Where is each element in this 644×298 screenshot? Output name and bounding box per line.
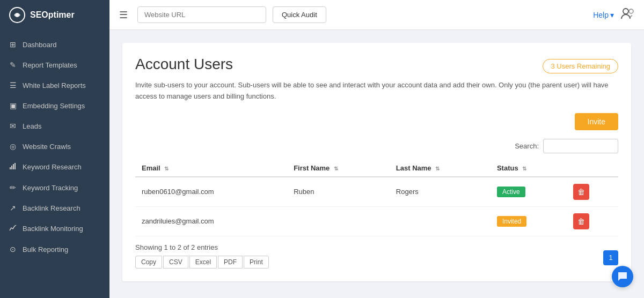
export-csv-button[interactable]: CSV <box>163 256 188 269</box>
page-description: Invite sub-users to your account. Sub-us… <box>135 80 618 102</box>
logo-text: SEOptimer <box>30 10 75 20</box>
cell-firstname-0: Ruben <box>287 177 390 207</box>
lastname-sort-icon[interactable]: ⇅ <box>435 166 440 172</box>
svg-point-1 <box>16 13 19 17</box>
embedding-icon: ▣ <box>9 101 17 110</box>
hamburger-button[interactable]: ☰ <box>116 6 131 24</box>
keyword-research-icon <box>9 162 17 172</box>
backlink-monitoring-icon <box>9 224 17 233</box>
nav-right: Help ▾ <box>593 7 635 23</box>
sidebar-item-backlink-research[interactable]: ↗ Backlink Research <box>0 198 109 218</box>
keyword-tracking-icon: ✏ <box>9 183 17 192</box>
sidebar-item-dashboard[interactable]: ⊞ Dashboard <box>0 34 109 55</box>
sidebar-item-white-label-reports[interactable]: ☰ White Label Reports <box>0 75 109 95</box>
email-sort-icon[interactable]: ⇅ <box>164 166 169 172</box>
logo-icon <box>9 6 26 24</box>
sidebar-item-embedding-settings[interactable]: ▣ Embedding Settings <box>0 95 109 116</box>
main-content: Account Users 3 Users Remaining Invite s… <box>109 30 644 298</box>
invite-row: Invite <box>135 113 618 130</box>
search-input[interactable] <box>543 139 618 153</box>
white-label-icon: ☰ <box>9 81 17 90</box>
status-badge-1: Invited <box>497 216 526 227</box>
page-1-button[interactable]: 1 <box>603 250 618 265</box>
search-label: Search: <box>515 142 539 150</box>
col-first-name: First Name ⇅ <box>287 160 390 177</box>
export-print-button[interactable]: Print <box>244 256 269 269</box>
content-card: Account Users 3 Users Remaining Invite s… <box>122 43 631 281</box>
sidebar: ⊞ Dashboard ✎ Report Templates ☰ White L… <box>0 30 109 298</box>
table-actions-row: Showing 1 to 2 of 2 entries CopyCSVExcel… <box>135 243 618 269</box>
svg-point-3 <box>629 9 633 13</box>
sidebar-item-leads[interactable]: ✉ Leads <box>0 116 109 136</box>
col-last-name: Last Name ⇅ <box>390 160 491 177</box>
svg-rect-7 <box>14 163 16 169</box>
help-button[interactable]: Help ▾ <box>593 11 614 19</box>
cell-lastname-1 <box>390 206 491 236</box>
export-excel-button[interactable]: Excel <box>189 256 217 269</box>
cell-email-1: zandriluies@gmail.com <box>135 206 287 236</box>
status-badge-0: Active <box>497 187 525 197</box>
col-status: Status ⇅ <box>491 160 567 177</box>
navbar: SEOptimer ☰ Quick Audit Help ▾ <box>0 0 644 30</box>
export-pdf-button[interactable]: PDF <box>218 256 243 269</box>
cell-actions-0: 🗑 <box>567 177 618 207</box>
sidebar-item-bulk-reporting[interactable]: ⊙ Bulk Reporting <box>0 239 109 259</box>
firstname-sort-icon[interactable]: ⇅ <box>334 166 338 172</box>
col-email: Email ⇅ <box>135 160 287 177</box>
website-crawls-icon: ◎ <box>9 142 17 151</box>
report-templates-icon: ✎ <box>9 61 17 69</box>
pagination-area: 1 <box>603 250 618 265</box>
svg-rect-6 <box>13 164 14 169</box>
svg-rect-4 <box>10 167 11 169</box>
table-row: zandriluies@gmail.com Invited 🗑 <box>135 206 618 236</box>
sidebar-item-keyword-tracking[interactable]: ✏ Keyword Tracking <box>0 177 109 198</box>
chat-widget[interactable] <box>612 266 633 287</box>
cell-actions-1: 🗑 <box>567 206 618 236</box>
layout: ⊞ Dashboard ✎ Report Templates ☰ White L… <box>0 30 644 298</box>
url-input[interactable] <box>137 6 266 23</box>
cell-status-0: Active <box>491 177 567 207</box>
cell-lastname-0: Rogers <box>390 177 491 207</box>
table-row: ruben0610@gmail.com Ruben Rogers Active … <box>135 177 618 207</box>
dashboard-icon: ⊞ <box>9 40 17 49</box>
status-sort-icon[interactable]: ⇅ <box>522 166 526 172</box>
cell-status-1: Invited <box>491 206 567 236</box>
sidebar-item-backlink-monitoring[interactable]: Backlink Monitoring <box>0 218 109 239</box>
page-header: Account Users 3 Users Remaining <box>135 56 618 73</box>
svg-rect-5 <box>11 166 12 169</box>
search-row: Search: <box>135 139 618 153</box>
sidebar-item-report-templates[interactable]: ✎ Report Templates <box>0 55 109 75</box>
users-remaining-badge: 3 Users Remaining <box>543 59 618 73</box>
showing-text: Showing 1 to 2 of 2 entries <box>135 243 218 251</box>
users-nav-icon[interactable] <box>620 7 635 23</box>
users-table: Email ⇅ First Name ⇅ Last Name ⇅ Statu <box>135 160 618 236</box>
export-copy-button[interactable]: Copy <box>135 256 162 269</box>
showing-export-group: Showing 1 to 2 of 2 entries CopyCSVExcel… <box>135 243 269 269</box>
invite-button[interactable]: Invite <box>575 113 618 130</box>
bulk-reporting-icon: ⊙ <box>9 245 17 254</box>
sidebar-item-website-crawls[interactable]: ◎ Website Crawls <box>0 136 109 157</box>
quick-audit-button[interactable]: Quick Audit <box>273 6 326 23</box>
table-body: ruben0610@gmail.com Ruben Rogers Active … <box>135 177 618 236</box>
delete-button-0[interactable]: 🗑 <box>573 184 589 200</box>
logo-area: SEOptimer <box>0 0 109 30</box>
svg-point-2 <box>623 9 628 14</box>
col-actions <box>567 160 618 177</box>
cell-firstname-1 <box>287 206 390 236</box>
leads-icon: ✉ <box>9 122 17 130</box>
delete-button-1[interactable]: 🗑 <box>573 213 589 229</box>
sidebar-item-keyword-research[interactable]: Keyword Research <box>0 157 109 177</box>
backlink-research-icon: ↗ <box>9 204 17 212</box>
export-buttons: CopyCSVExcelPDFPrint <box>135 256 269 269</box>
table-header: Email ⇅ First Name ⇅ Last Name ⇅ Statu <box>135 160 618 177</box>
page-title: Account Users <box>135 56 233 73</box>
cell-email-0: ruben0610@gmail.com <box>135 177 287 207</box>
